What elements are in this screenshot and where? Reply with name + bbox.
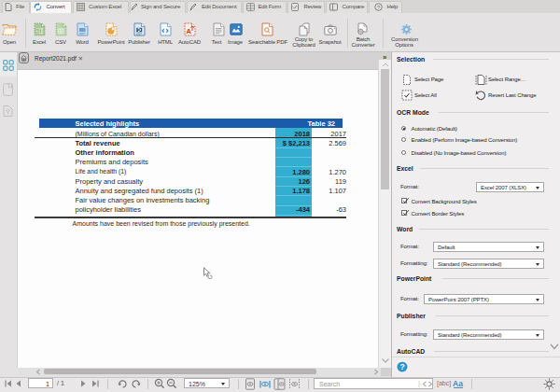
svg-text:?: ? xyxy=(399,362,404,371)
svg-text:A: A xyxy=(186,27,191,35)
svg-text:?: ? xyxy=(377,5,381,10)
